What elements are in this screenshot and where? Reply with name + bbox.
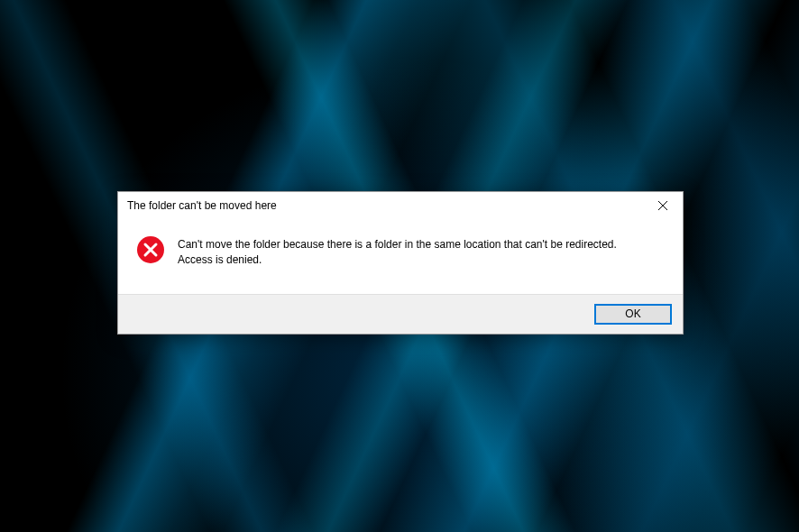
dialog-titlebar[interactable]: The folder can't be moved here [118, 192, 683, 219]
dialog-message-line1: Can't move the folder because there is a… [178, 238, 617, 251]
close-button[interactable] [642, 192, 683, 219]
dialog-footer: OK [118, 294, 683, 334]
dialog-body: Can't move the folder because there is a… [118, 219, 683, 294]
error-icon [136, 235, 165, 264]
dialog-message: Can't move the folder because there is a… [178, 235, 617, 269]
error-dialog: The folder can't be moved here Can't mov… [117, 191, 684, 335]
ok-button[interactable]: OK [594, 304, 672, 325]
dialog-message-line2: Access is denied. [178, 253, 262, 266]
dialog-title: The folder can't be moved here [127, 199, 277, 212]
close-icon [658, 201, 667, 210]
